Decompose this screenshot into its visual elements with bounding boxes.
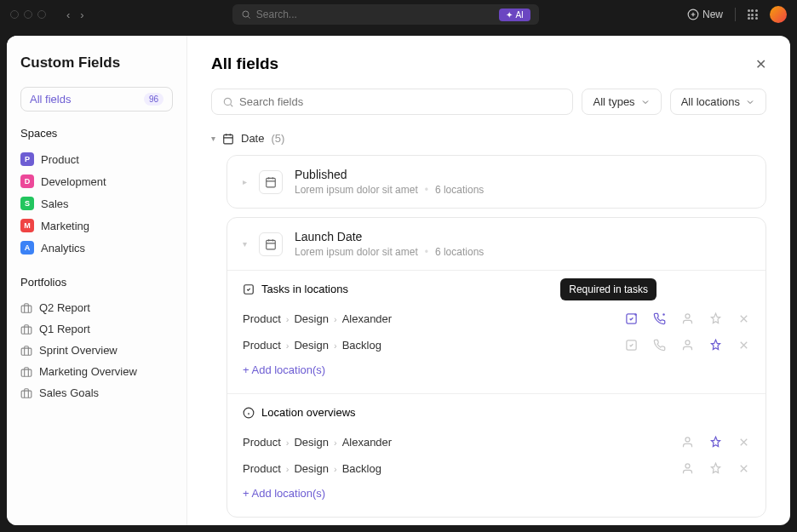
breadcrumb[interactable]: Product› Design› Backlog (243, 462, 381, 475)
app-body: Custom Fields All fields 96 Spaces PProd… (7, 36, 790, 525)
new-button[interactable]: New (687, 9, 723, 20)
titlebar: ‹ › ✦ AI New (0, 0, 797, 29)
calendar-icon (259, 170, 283, 194)
global-search[interactable]: ✦ AI (232, 4, 539, 25)
search-input[interactable] (256, 9, 495, 20)
path-row: Product› Design› Backlog (243, 455, 750, 482)
sidebar-item-portfolio[interactable]: Marketing Overview (20, 361, 173, 382)
field-info: Published Lorem ipsum dolor sit amet•6 l… (295, 168, 750, 196)
svg-rect-10 (267, 240, 276, 249)
forward-button[interactable]: › (80, 9, 83, 21)
field-info: Launch Date Lorem ipsum dolor sit amet•6… (295, 230, 750, 258)
field-card-published: ▸ Published Lorem ipsum dolor sit amet•6… (226, 155, 766, 209)
pin-icon[interactable] (709, 462, 722, 475)
pin-icon[interactable] (709, 436, 722, 449)
close-dot[interactable] (10, 10, 19, 19)
space-label: Development (41, 175, 106, 188)
space-label: Sales (41, 197, 69, 210)
space-label: Analytics (41, 242, 85, 255)
svg-point-15 (685, 314, 690, 318)
sidebar-item-space[interactable]: MMarketing (20, 215, 173, 237)
field-title: Launch Date (295, 230, 750, 243)
close-icon[interactable] (737, 339, 750, 352)
pin-icon[interactable] (709, 312, 722, 325)
svg-point-13 (634, 313, 637, 316)
locations-header: Location overviews (243, 406, 750, 419)
sidebar-item-portfolio[interactable]: Q1 Report (20, 318, 173, 340)
fields-search[interactable] (211, 89, 573, 115)
breadcrumb[interactable]: Product› Design› Backlog (243, 339, 381, 352)
row-actions (625, 312, 750, 325)
user-icon[interactable] (681, 462, 694, 475)
sidebar-item-portfolio[interactable]: Sprint Overview (20, 340, 173, 361)
calendar-icon (222, 133, 234, 145)
divider (735, 8, 736, 21)
locations-section: Location overviews Product› Design› Alex… (227, 393, 765, 517)
calendar-icon (259, 232, 283, 256)
svg-rect-9 (267, 178, 276, 187)
page-title: All fields (211, 54, 278, 73)
field-row[interactable]: ▸ Published Lorem ipsum dolor sit amet•6… (227, 156, 765, 208)
portfolio-label: Q1 Report (39, 323, 90, 335)
add-location-link[interactable]: + Add location(s) (243, 482, 325, 505)
space-icon: S (20, 197, 34, 210)
briefcase-icon (20, 366, 32, 378)
svg-point-17 (685, 340, 690, 345)
checkbox-icon[interactable] (625, 339, 638, 352)
portfolio-label: Sprint Overview (39, 344, 118, 357)
svg-rect-5 (21, 369, 32, 376)
minimize-dot[interactable] (24, 10, 32, 19)
apps-icon[interactable] (748, 9, 758, 20)
user-icon[interactable] (681, 339, 694, 352)
caret-right-icon: ▸ (243, 177, 247, 186)
ai-button[interactable]: ✦ AI (499, 9, 530, 21)
plus-circle-icon (687, 9, 699, 20)
svg-rect-4 (21, 348, 32, 355)
phone-icon[interactable] (653, 312, 666, 325)
main-panel: All fields ✕ All types All locations ▾ D… (187, 36, 790, 525)
all-fields-label: All fields (30, 93, 71, 106)
sidebar-item-space[interactable]: DDevelopment (20, 170, 173, 192)
user-icon[interactable] (681, 436, 694, 449)
add-location-link[interactable]: + Add location(s) (243, 358, 325, 381)
sidebar-item-space[interactable]: AAnalytics (20, 237, 173, 259)
svg-point-19 (685, 438, 690, 442)
caret-down-icon: ▾ (211, 134, 215, 143)
fields-search-input[interactable] (239, 95, 562, 108)
checkbox-icon[interactable] (625, 312, 638, 325)
group-header[interactable]: ▾ Date (5) (211, 132, 766, 145)
check-icon (243, 283, 255, 295)
chevron-down-icon (745, 97, 755, 107)
svg-point-20 (685, 464, 690, 468)
breadcrumb[interactable]: Product› Design› Alexander (243, 436, 392, 449)
breadcrumb[interactable]: Product› Design› Alexander (243, 312, 392, 325)
types-filter[interactable]: All types (582, 89, 661, 115)
sidebar-item-space[interactable]: SSales (20, 192, 173, 215)
sidebar-item-portfolio[interactable]: Sales Goals (20, 382, 173, 403)
avatar[interactable] (770, 6, 787, 23)
portfolios-list: Q2 ReportQ1 ReportSprint OverviewMarketi… (20, 297, 173, 403)
close-icon[interactable] (737, 312, 750, 325)
briefcase-icon (20, 302, 32, 314)
close-icon[interactable] (737, 436, 750, 449)
close-icon[interactable] (737, 462, 750, 475)
back-button[interactable]: ‹ (66, 9, 70, 21)
all-fields-pill[interactable]: All fields 96 (20, 87, 173, 112)
search-icon (222, 96, 234, 108)
field-row[interactable]: ▾ Launch Date Lorem ipsum dolor sit amet… (227, 218, 765, 270)
chevron-down-icon (640, 97, 651, 107)
row-actions (681, 462, 750, 475)
locations-filter[interactable]: All locations (670, 89, 766, 115)
svg-rect-3 (21, 327, 32, 334)
maximize-dot[interactable] (37, 10, 46, 19)
sidebar-item-portfolio[interactable]: Q2 Report (20, 297, 173, 318)
sidebar-item-space[interactable]: PProduct (20, 148, 173, 170)
space-icon: A (20, 241, 34, 255)
user-icon[interactable] (681, 312, 694, 325)
phone-icon[interactable] (653, 339, 666, 352)
pin-icon[interactable] (709, 339, 722, 352)
search-icon (241, 9, 251, 20)
close-button[interactable]: ✕ (755, 56, 766, 72)
field-card-launch-date: ▾ Launch Date Lorem ipsum dolor sit amet… (226, 217, 766, 518)
row-actions (681, 436, 750, 449)
